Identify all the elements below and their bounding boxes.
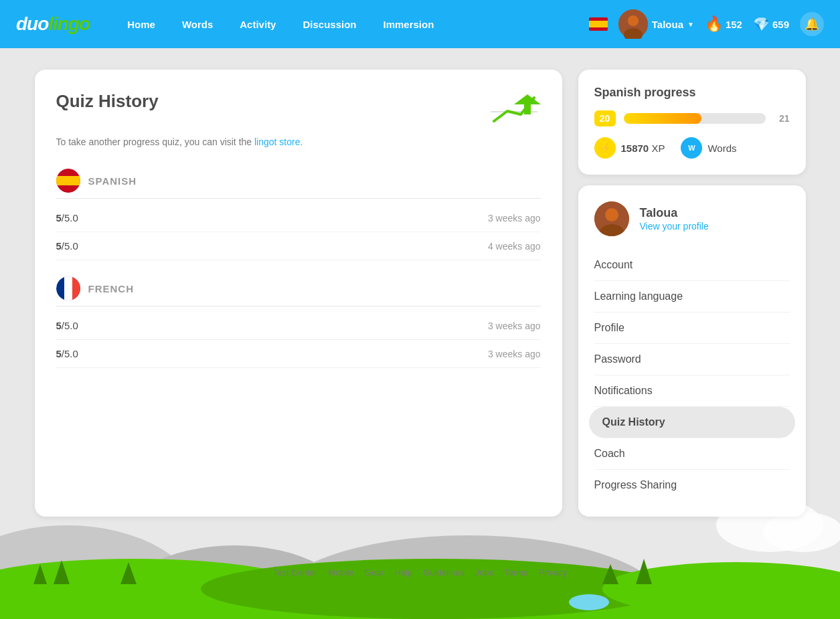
svg-point-18 bbox=[763, 512, 840, 552]
progress-bar-container: 20 21 bbox=[594, 110, 790, 126]
right-panel: Spanish progress 20 21 ⚡ 15870 XP W Word… bbox=[578, 70, 806, 517]
nav-discussion[interactable]: Discussion bbox=[292, 13, 367, 35]
spanish-label: SPANISH bbox=[88, 175, 137, 187]
menu-account[interactable]: Account bbox=[594, 250, 790, 281]
streak-badge: 🔥 152 bbox=[705, 15, 742, 33]
score-date-1: 3 weeks ago bbox=[488, 213, 541, 224]
svg-rect-8 bbox=[56, 176, 80, 185]
xp-stat: ⚡ 15870 XP bbox=[594, 137, 665, 159]
nav-immersion[interactable]: Immersion bbox=[373, 13, 445, 35]
nav-home[interactable]: Home bbox=[116, 13, 166, 35]
progress-bar bbox=[624, 113, 766, 124]
nav-words[interactable]: Words bbox=[171, 13, 224, 35]
spanish-header: SPANISH bbox=[56, 169, 541, 199]
level-next: 21 bbox=[774, 113, 790, 124]
nav-activity[interactable]: Activity bbox=[229, 13, 286, 35]
svg-point-15 bbox=[605, 208, 618, 222]
profile-card: Taloua View your profile Account Learnin… bbox=[578, 185, 806, 517]
svg-rect-22 bbox=[0, 586, 840, 619]
spanish-score-1: 5/5.0 3 weeks ago bbox=[56, 204, 541, 232]
gems-count: 659 bbox=[772, 19, 789, 30]
spanish-score-2: 5/5.0 4 weeks ago bbox=[56, 232, 541, 260]
svg-rect-1 bbox=[589, 21, 608, 27]
score-value-2: 5/5.0 bbox=[56, 240, 78, 252]
svg-point-3 bbox=[628, 15, 639, 26]
score-value-1: 5/5.0 bbox=[56, 212, 78, 224]
menu-notifications[interactable]: Notifications bbox=[594, 375, 790, 407]
quiz-subtitle: To take another progress quiz, you can v… bbox=[56, 137, 541, 147]
streak-count: 152 bbox=[726, 19, 742, 30]
level-current: 20 bbox=[594, 110, 616, 126]
french-score-1: 5/5.0 3 weeks ago bbox=[56, 312, 541, 340]
username-nav: Taloua bbox=[652, 19, 683, 30]
stats-row: ⚡ 15870 XP W Words bbox=[594, 137, 790, 159]
notification-bell[interactable]: 🔔 bbox=[800, 12, 824, 36]
profile-info: Taloua View your profile bbox=[640, 206, 709, 232]
chevron-down-icon: ▼ bbox=[687, 21, 694, 28]
footer-gear[interactable]: Gear bbox=[365, 567, 384, 578]
footer-guidelines[interactable]: Guidelines bbox=[423, 567, 464, 578]
xp-value: 15870 XP bbox=[621, 143, 665, 154]
menu-items: Account Learning language Profile Passwo… bbox=[594, 250, 790, 501]
nav-links: Home Words Activity Discussion Immersion bbox=[116, 13, 589, 35]
menu-coach[interactable]: Coach bbox=[594, 438, 790, 470]
progress-title: Spanish progress bbox=[594, 86, 790, 100]
french-score-value-2: 5/5.0 bbox=[56, 348, 78, 359]
spanish-section: SPANISH 5/5.0 3 weeks ago 5/5.0 4 weeks … bbox=[56, 169, 541, 260]
lingot-store-link[interactable]: lingot store. bbox=[254, 137, 303, 147]
quiz-title: Quiz History bbox=[56, 91, 159, 112]
french-label: FRENCH bbox=[88, 283, 135, 294]
language-flag-nav[interactable] bbox=[589, 17, 608, 31]
footer: Test Center Mobile Gear Help Guidelines … bbox=[0, 557, 840, 588]
words-label: Words bbox=[707, 143, 736, 154]
french-header: FRENCH bbox=[56, 276, 541, 306]
menu-quiz-history[interactable]: Quiz History bbox=[589, 407, 795, 438]
profile-avatar bbox=[594, 201, 629, 236]
user-dropdown[interactable]: Taloua ▼ bbox=[618, 9, 694, 39]
menu-password[interactable]: Password bbox=[594, 344, 790, 375]
progress-fill bbox=[624, 113, 702, 124]
footer-privacy[interactable]: Privacy bbox=[539, 567, 568, 578]
view-profile-link[interactable]: View your profile bbox=[640, 221, 709, 232]
menu-learning-language[interactable]: Learning language bbox=[594, 281, 790, 313]
words-icon: W bbox=[681, 137, 702, 159]
svg-point-31 bbox=[569, 594, 609, 610]
fire-icon: 🔥 bbox=[705, 15, 723, 33]
footer-terms[interactable]: Terms bbox=[504, 567, 527, 578]
progress-card: Spanish progress 20 21 ⚡ 15870 XP W Word… bbox=[578, 70, 806, 175]
profile-header: Taloua View your profile bbox=[594, 201, 790, 236]
svg-rect-12 bbox=[72, 276, 80, 300]
xp-icon: ⚡ bbox=[594, 137, 616, 159]
main-content: Quiz History To take another progress qu… bbox=[19, 70, 822, 517]
gem-icon: 💎 bbox=[753, 16, 770, 32]
footer-mobile[interactable]: Mobile bbox=[328, 567, 353, 578]
menu-progress-sharing[interactable]: Progress Sharing bbox=[594, 470, 790, 501]
profile-name: Taloua bbox=[640, 206, 709, 220]
footer-help[interactable]: Help bbox=[395, 567, 413, 578]
user-avatar-nav bbox=[618, 9, 648, 39]
chart-icon bbox=[487, 91, 541, 131]
navbar-right: Taloua ▼ 🔥 152 💎 659 🔔 bbox=[589, 9, 824, 39]
navbar: duolingo Home Words Activity Discussion … bbox=[0, 0, 840, 48]
french-score-2: 5/5.0 3 weeks ago bbox=[56, 340, 541, 368]
french-score-date-1: 3 weeks ago bbox=[488, 321, 541, 331]
gems-badge: 💎 659 bbox=[753, 16, 789, 32]
words-stat: W Words bbox=[681, 137, 736, 159]
svg-rect-11 bbox=[64, 276, 72, 300]
menu-profile[interactable]: Profile bbox=[594, 313, 790, 344]
french-score-date-2: 3 weeks ago bbox=[488, 349, 541, 359]
logo[interactable]: duolingo bbox=[16, 13, 90, 35]
score-date-2: 4 weeks ago bbox=[488, 241, 541, 252]
quiz-history-panel: Quiz History To take another progress qu… bbox=[35, 70, 562, 517]
footer-jobs[interactable]: Jobs bbox=[475, 567, 493, 578]
footer-test-center[interactable]: Test Center bbox=[273, 567, 317, 578]
french-flag-icon bbox=[56, 276, 80, 300]
quiz-header: Quiz History bbox=[56, 91, 541, 131]
french-section: FRENCH 5/5.0 3 weeks ago 5/5.0 3 weeks a… bbox=[56, 276, 541, 368]
french-score-value-1: 5/5.0 bbox=[56, 320, 78, 331]
spanish-flag-icon bbox=[56, 169, 80, 193]
